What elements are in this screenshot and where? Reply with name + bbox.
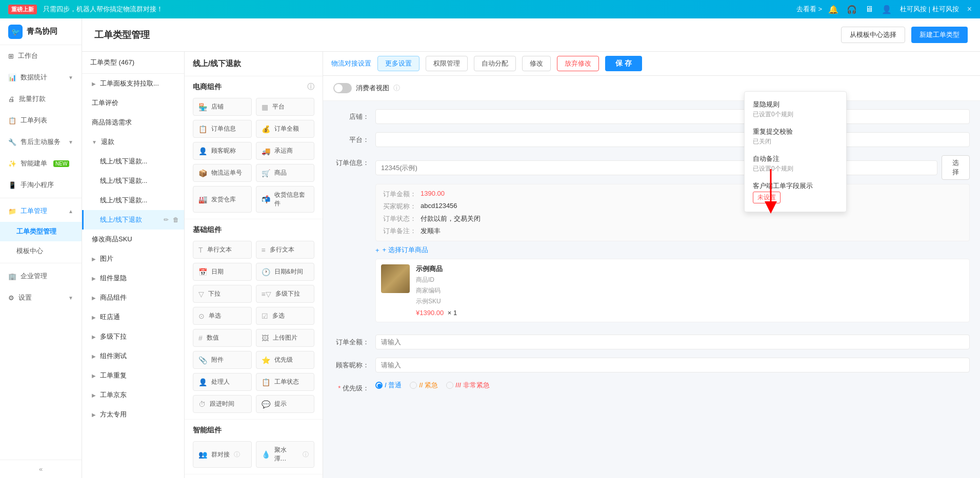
comp-multi-dropdown[interactable]: ≡▽ 多级下拉 [256,285,315,303]
comp-single-text[interactable]: T 单行文本 [193,241,252,259]
comp-multi-text[interactable]: ≡ 多行文本 [256,241,315,259]
sidebar-collapse[interactable]: « [0,460,82,478]
workorder-item-wangdiantong[interactable]: ▶ 旺店通 ✏ 🗑 [82,307,184,327]
discard-button[interactable]: 放弃修改 [557,56,599,71]
comp-group-connect[interactable]: 👥 群对接 ⓘ [193,441,252,468]
priority-normal-radio[interactable] [375,382,383,389]
sidebar-item-settings[interactable]: ⚙ 设置 ▼ [0,287,82,308]
edit-icon-repeat[interactable]: ✏ [163,371,170,380]
delete-icon-repeat[interactable]: 🗑 [172,371,180,380]
dropdown-item-repeat-submit[interactable]: 重复提交校验 已关闭 [745,123,846,150]
delete-icon-sub-0[interactable]: 🗑 [172,157,180,166]
screen-icon[interactable]: 🖥 [865,5,873,14]
sidebar-item-batch-print[interactable]: 🖨 批量打款 [0,88,82,110]
delete-icon-pic[interactable]: 🗑 [172,254,180,263]
delete-icon-0[interactable]: 🗑 [172,79,180,88]
workorder-item-1[interactable]: 工单评价 ✏ 🗑 [82,93,184,113]
edit-icon-comp-test[interactable]: ✏ [163,351,170,361]
priority-urgent-radio[interactable] [410,382,417,389]
edit-icon-3[interactable]: ✏ [163,137,170,147]
dropdown-item-show-hide-rules[interactable]: 显隐规则 已设置0个规则 [745,96,846,123]
sidebar-item-data-stats[interactable]: 📊 数据统计 ▼ [0,67,82,88]
dropdown-item-auto-note[interactable]: 自动备注 已设置0个规则 [745,150,846,177]
sidebar-item-smart-create[interactable]: ✨ 智能建单 NEW [0,153,82,174]
delete-icon-sku[interactable]: 🗑 [172,235,180,244]
user-icon[interactable]: 👤 [882,5,892,14]
comp-date[interactable]: 📅 日期 [193,263,252,281]
delete-icon-jd[interactable]: 🗑 [172,390,180,400]
workorder-item-pic[interactable]: ▶ 图片 ✏ 🗑 [82,249,184,268]
delete-icon-wangdiantong[interactable]: 🗑 [172,313,180,322]
delete-icon-active[interactable]: 🗑 [172,215,180,224]
comp-datetime[interactable]: 🕐 日期&时间 [256,263,315,281]
edit-icon-multi-dropdown[interactable]: ✏ [163,332,170,341]
delete-icon-product-comp[interactable]: 🗑 [172,293,180,302]
comp-attachment[interactable]: 📎 附件 [193,351,252,369]
auto-assign-button[interactable]: 自动分配 [474,56,516,71]
consumer-view-info-icon[interactable]: ⓘ [393,84,400,93]
sidebar-item-order-mgmt[interactable]: 📁 工单管理 ▲ [0,200,82,222]
delete-icon-sub-2[interactable]: 🗑 [172,196,180,205]
sidebar-sub-item-template-center[interactable]: 模板中心 [0,241,82,261]
comp-dropdown[interactable]: ▽ 下拉 [193,285,252,303]
headset-icon[interactable]: 🎧 [847,5,857,14]
bell-icon[interactable]: 🔔 [828,5,838,14]
edit-button[interactable]: 修改 [522,56,551,71]
comp-handler[interactable]: 👤 处理人 [193,373,252,391]
comp-product[interactable]: 🛒 商品 [256,164,315,182]
workorder-item-sub-2[interactable]: 线上/线下退款... ✏ 🗑 [82,191,184,210]
comp-delivery-info[interactable]: 📬 收货信息套件 [256,186,315,213]
comp-buyer-name[interactable]: 👤 顾客昵称 [193,142,252,160]
from-template-button[interactable]: 从模板中心选择 [841,27,905,43]
delete-icon-fangtai[interactable]: 🗑 [172,410,180,419]
comp-logistics-num[interactable]: 📦 物流运单号 [193,164,252,182]
comp-order-amount[interactable]: 💰 订单全额 [256,120,315,138]
edit-icon-show-hide[interactable]: ✏ [163,274,170,283]
sidebar-item-mini-program[interactable]: 📱 手淘小程序 [0,174,82,196]
comp-checkbox[interactable]: ☑ 多选 [256,307,315,325]
edit-icon-product-comp[interactable]: ✏ [163,293,170,302]
comp-number[interactable]: # 数值 [193,329,252,347]
edit-icon-sku[interactable]: ✏ [163,235,170,244]
edit-icon-wangdiantong[interactable]: ✏ [163,313,170,322]
banner-close-icon[interactable]: × [967,5,972,14]
delete-icon-2[interactable]: 🗑 [172,118,180,127]
order-select-button[interactable]: 选择 [942,155,970,180]
workorder-item-0[interactable]: ▶ 工单面板支持拉取... ✏ 🗑 [82,74,184,93]
sidebar-item-workbench[interactable]: ⊞ 工作台 [0,45,82,67]
workorder-item-sub-0[interactable]: 线上/线下退款... ✏ 🗑 [82,152,184,171]
sidebar-item-order-list[interactable]: 📋 工单列表 [0,110,82,131]
delete-icon-1[interactable]: 🗑 [172,98,180,108]
dropdown-item-client-display[interactable]: 客户端工单字段展示 未设置 [745,177,846,207]
save-button[interactable]: 保 存 [605,56,642,71]
edit-icon-sub-0[interactable]: ✏ [163,157,170,166]
shop-select[interactable] [375,109,970,124]
edit-icon-2[interactable]: ✏ [163,118,170,127]
more-settings-button[interactable]: 更多设置 [377,56,419,71]
priority-urgent[interactable]: II 紧急 [410,381,438,390]
delete-icon-3[interactable]: 🗑 [172,137,180,147]
priority-very-urgent-radio[interactable] [446,382,453,389]
comp-jushuitao[interactable]: 💧 聚水潭… ⓘ [256,441,315,468]
order-amount-field-input[interactable] [375,335,970,349]
priority-very-urgent[interactable]: III 非常紧急 [446,381,489,390]
edit-icon-sub-2[interactable]: ✏ [163,196,170,205]
edit-icon-fangtai[interactable]: ✏ [163,410,170,419]
comp-hint[interactable]: 💬 提示 [256,395,315,413]
comp-order-info[interactable]: 📋 订单信息 [193,120,252,138]
priority-normal[interactable]: I 普通 [375,381,402,390]
permission-button[interactable]: 权限管理 [426,56,468,71]
logistics-connect-link[interactable]: 物流对接设置 [331,59,371,68]
workorder-item-show-hide[interactable]: ▶ 组件显隐 ✏ 🗑 [82,268,184,288]
workorder-item-sub-1[interactable]: 线上/线下退款... ✏ 🗑 [82,171,184,191]
workorder-item-jd[interactable]: ▶ 工单京东 ✏ 🗑 [82,385,184,405]
sidebar-item-enterprise[interactable]: 🏢 企业管理 [0,265,82,287]
comp-follow-time[interactable]: ⏱ 跟进时间 [193,395,252,413]
workorder-item-product-comp[interactable]: ▶ 商品组件 ✏ 🗑 [82,288,184,307]
consumer-view-switch[interactable] [333,83,352,93]
delete-icon-sub-1[interactable]: 🗑 [172,176,180,185]
order-info-input[interactable] [375,160,937,175]
workorder-item-sku[interactable]: 修改商品SKU ✏ 🗑 [82,230,184,249]
comp-warehouse[interactable]: 🏭 发货仓库 [193,186,252,213]
workorder-item-fangtai[interactable]: ▶ 方太专用 ✏ 🗑 [82,405,184,424]
